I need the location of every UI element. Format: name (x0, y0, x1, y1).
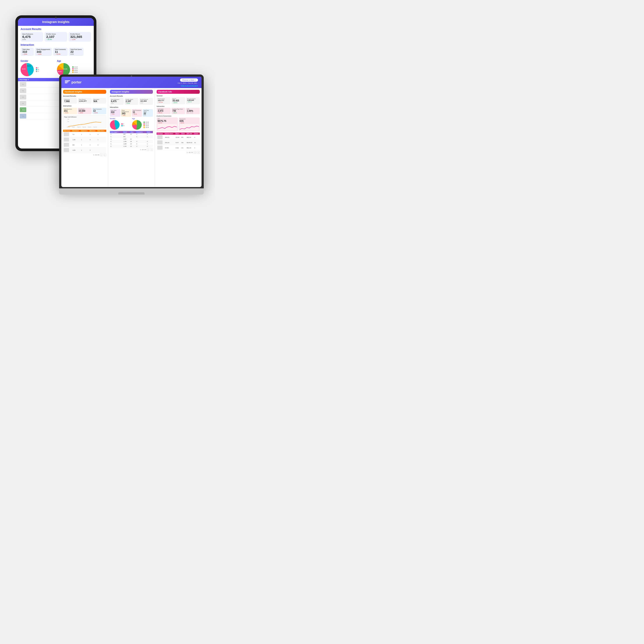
fba-spent: Account Spent 1,400,840 ↑ 226.41 (186, 97, 200, 104)
gender-legend: F M U (36, 67, 39, 72)
tab-card-value: 321,565 (70, 35, 89, 39)
ig-card-views: Profile Views 2,107 ↑ 26.9% (125, 98, 138, 105)
tab-int-comments: Total Comments 11 ↓ -70.3% (53, 48, 67, 56)
ig-table: Post image ▼ Reach Likes Comments Saves … (110, 131, 153, 148)
fb-th-shares: Post shares (97, 130, 106, 132)
ig-pagination: 1 - 14 / 14 ‹ › (110, 148, 153, 152)
tab-card-label: New Followers (22, 33, 41, 35)
legend-u: U (36, 71, 39, 72)
svg-text:7.9k: 7.9k (67, 119, 69, 120)
tab-card-change: ↓ -1.2% (70, 39, 89, 40)
logo: porter (65, 80, 81, 84)
ig-prev-btn[interactable]: ‹ (147, 148, 149, 151)
instagram-col: Instagram Insights Account Results New F… (108, 88, 155, 187)
laptop-screen: porter Choose a Date > Feb 1, 2021 - Feb… (61, 77, 202, 187)
tablet-camera (55, 17, 57, 18)
svg-text:Feb 6: Feb 6 (72, 126, 75, 128)
svg-text:Feb 1: Feb 1 (67, 126, 70, 128)
legend-18-24: 18-24 (72, 72, 78, 73)
table-row: 3.1,86752 (110, 138, 153, 140)
ig-next-btn[interactable]: › (150, 148, 153, 151)
fba-general-cards: Impressions 122,777 ↓ 337.5% Reach 33,42… (157, 97, 200, 104)
logo-text: porter (71, 80, 81, 84)
fb-int-comments: Total Comments 13 ↓ +20.9% (92, 108, 106, 114)
age-pie (57, 63, 70, 76)
laptop-device: porter Choose a Date > Feb 1, 2021 - Feb… (59, 74, 204, 202)
fb-th-reactions: Reactions (89, 130, 97, 132)
fba-costs-section: Costs & Conversion CPC $675.75 ↑ 103.5% (157, 115, 200, 131)
fb-interaction-row: Total Reactions 211 ↓ -44.2% Viral Reach… (63, 108, 106, 114)
thumb (64, 138, 69, 142)
ig-age-legend: 25-34 35-44 45-54 18-24 (143, 122, 149, 128)
tab-title: Instagram Insights (21, 20, 91, 24)
date-range: Feb 1, 2021 - Feb 28, 202... (178, 82, 198, 84)
svg-text:Feb 21: Feb 21 (88, 126, 91, 128)
ig-card-followers: New Followers 6,475 0.0% (110, 98, 124, 105)
instagram-header: Instagram Insights (110, 90, 153, 94)
fba-costs-label: Costs & Conversion (157, 115, 200, 117)
tab-th-image: Post image ▼ (20, 79, 58, 80)
fba-int-ctr: CTR 1.69% N/A | -12.1% (186, 108, 200, 114)
tab-charts: Gender 45.6% 52.1% F (21, 60, 91, 76)
table-row: 1.8872512 (110, 133, 153, 136)
laptop-content: Facebook Insights Account Results Follow… (61, 88, 202, 187)
table-row: 5.1,0881901 (110, 143, 153, 145)
svg-text:Feb 11: Feb 11 (77, 126, 81, 128)
table-row: 6.1,1401600 (110, 145, 153, 148)
laptop-notch (118, 192, 145, 195)
fba-int-landing: Landing Page Views 735 ↑ 139.2% (171, 108, 185, 114)
svg-text:7.9k: 7.9k (67, 121, 69, 122)
fb-int-viral: Viral Reach 10,500 ↓ +25.9% (78, 108, 92, 114)
fb-th-reach: Post Reach (72, 130, 81, 132)
fb-chart: Page total followers Feb 1 Feb 6 Feb 11 … (63, 115, 106, 128)
fb-chart-svg: Feb 1 Feb 6 Feb 11 Feb 16 Feb 21 Feb 26 … (64, 118, 105, 128)
fb-interaction-label: Interaction (63, 105, 106, 107)
fba-kpi-row: CPC $675.75 ↑ 103.5% (157, 117, 200, 131)
thumb-2: img (20, 88, 26, 93)
fba-thumb-3 (157, 146, 163, 150)
tab-account-cards: New Followers 6,475 0.0% Profile Views 2… (21, 32, 91, 42)
thumb (64, 143, 69, 147)
table-row: 2.86101 (110, 136, 153, 138)
date-button[interactable]: Choose a Date > (180, 78, 198, 82)
thumb-5: 🌿 5things (20, 107, 26, 112)
tab-card-label: Profile Reach (70, 33, 89, 35)
legend-f: F (36, 67, 39, 69)
fb-card-messages: Messages N/A (92, 98, 106, 104)
ig-account-cards: New Followers 6,475 0.0% Profile Views 2… (110, 98, 153, 105)
fb-table: Post Image Post Reach Comments Reactions… (63, 130, 106, 153)
ig-age-block: Age 25-34 35-44 45-54 18-24 (132, 118, 153, 130)
tab-int-likes: Total Likes 310 ↓ -2.5% (21, 48, 34, 56)
thumb (64, 148, 69, 152)
fb-account-cards: Followers 7,966 Total Reach 1,312,477 Me… (63, 98, 106, 104)
facebook-header: Facebook Insights (63, 90, 106, 94)
age-legend: 25-34 35-44 45-54 (72, 66, 78, 73)
cpc-sparkline (157, 124, 177, 131)
logo-bar-3 (65, 83, 67, 83)
ig-card-reach: Profile Reach 321,565 0.0% (139, 98, 153, 105)
next-page-btn[interactable]: › (104, 154, 106, 156)
ig-interaction-row: Total Likes 310 ↓ -1.5% Posts Engagement… (110, 109, 153, 117)
fb-ads-header: Facebook Ads (157, 90, 200, 94)
legend-25-34: 25-34 (72, 66, 78, 68)
tab-card-reach: Profile Reach 321,565 ↓ -1.2% (69, 32, 91, 42)
laptop-header: porter Choose a Date > Feb 1, 2021 - Feb… (61, 77, 202, 88)
ig-int-likes: Total Likes 310 ↓ -1.5% (110, 109, 120, 117)
ig-charts-row: Gender F M Age (110, 118, 153, 130)
fba-table: Ad Image Amount Spent Reach Clicks CPC (… (157, 133, 200, 150)
fba-prev-btn[interactable]: ‹ (194, 151, 196, 154)
ig-age-pie (132, 120, 142, 130)
fba-impressions: Impressions 122,777 ↓ 337.5% (157, 97, 170, 104)
ig-int-saves: Total Post Saves 22 0.0% (143, 109, 153, 117)
thumb-3: img (20, 95, 26, 99)
fb-int-reactions: Total Reactions 211 ↓ -44.2% (63, 108, 77, 114)
prev-page-btn[interactable]: ‹ (100, 154, 103, 156)
fba-next-btn[interactable]: › (197, 151, 200, 154)
svg-text:Feb 26: Feb 26 (93, 126, 97, 128)
table-row: 67,8466,422111$611.231 (157, 145, 200, 150)
tab-card-value: 2,107 (46, 35, 65, 39)
setup-link[interactable]: How to set up this temp (181, 85, 198, 87)
header-right: Choose a Date > Feb 1, 2021 - Feb 28, 20… (178, 78, 198, 87)
tab-int-engagements: Posts Engagements 343 ↓ -9.0% (35, 48, 52, 56)
tab-card-followers: New Followers 6,475 0.0% (21, 32, 43, 42)
